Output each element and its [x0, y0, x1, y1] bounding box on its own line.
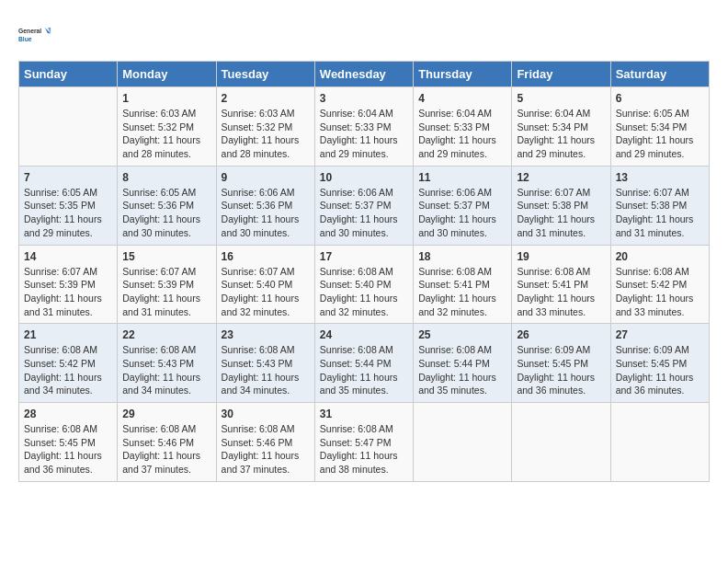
cell-info-line: Sunrise: 6:03 AM: [122, 107, 210, 121]
calendar-cell: 18Sunrise: 6:08 AMSunset: 5:41 PMDayligh…: [414, 245, 512, 324]
day-number: 18: [418, 250, 506, 263]
calendar-cell: 29Sunrise: 6:08 AMSunset: 5:46 PMDayligh…: [118, 403, 216, 482]
cell-info-line: Sunset: 5:34 PM: [517, 121, 605, 134]
cell-info-line: Daylight: 11 hours: [24, 449, 112, 463]
calendar-week-row: 14Sunrise: 6:07 AMSunset: 5:39 PMDayligh…: [19, 245, 710, 324]
cell-info-line: Sunset: 5:33 PM: [320, 121, 408, 134]
calendar-week-row: 28Sunrise: 6:08 AMSunset: 5:45 PMDayligh…: [19, 403, 710, 482]
cell-info-line: Sunrise: 6:08 AM: [122, 422, 210, 436]
calendar-cell: 4Sunrise: 6:04 AMSunset: 5:33 PMDaylight…: [414, 87, 512, 167]
cell-info-line: and 31 minutes.: [616, 226, 704, 240]
cell-info-line: Sunset: 5:41 PM: [418, 278, 506, 292]
cell-info-line: Sunset: 5:32 PM: [122, 121, 210, 134]
cell-info-line: Daylight: 11 hours: [122, 133, 210, 147]
cell-info-line: Daylight: 11 hours: [517, 133, 605, 147]
calendar-cell: 27Sunrise: 6:09 AMSunset: 5:45 PMDayligh…: [610, 324, 709, 403]
cell-info-line: Sunset: 5:46 PM: [222, 436, 310, 450]
calendar-cell: 23Sunrise: 6:08 AMSunset: 5:43 PMDayligh…: [216, 324, 314, 403]
cell-info-line: Daylight: 11 hours: [418, 133, 506, 147]
cell-info-line: Sunset: 5:36 PM: [222, 199, 310, 213]
day-number: 15: [122, 250, 210, 263]
cell-info-line: Sunset: 5:40 PM: [320, 278, 408, 292]
header-monday: Monday: [118, 62, 216, 87]
day-number: 27: [616, 328, 704, 341]
cell-info-line: and 30 minutes.: [122, 226, 210, 240]
cell-info-line: Sunset: 5:42 PM: [616, 278, 704, 292]
cell-info-line: Sunrise: 6:05 AM: [616, 107, 704, 121]
cell-info-line: Daylight: 11 hours: [320, 292, 408, 305]
cell-info-line: Daylight: 11 hours: [320, 371, 408, 385]
header-thursday: Thursday: [414, 62, 512, 87]
page-header: GeneralBlue: [18, 18, 710, 52]
cell-info-line: Sunrise: 6:07 AM: [122, 265, 210, 279]
cell-info-line: Sunset: 5:37 PM: [418, 199, 506, 213]
cell-info-line: Sunrise: 6:07 AM: [222, 265, 310, 279]
cell-info-line: and 35 minutes.: [418, 384, 506, 397]
header-sunday: Sunday: [19, 62, 118, 87]
calendar-week-row: 1Sunrise: 6:03 AMSunset: 5:32 PMDaylight…: [19, 87, 710, 167]
cell-info-line: Sunrise: 6:06 AM: [418, 186, 506, 200]
svg-text:Blue: Blue: [18, 36, 32, 42]
calendar-cell: 28Sunrise: 6:08 AMSunset: 5:45 PMDayligh…: [19, 403, 118, 482]
cell-info-line: Daylight: 11 hours: [418, 292, 506, 305]
calendar-cell: 31Sunrise: 6:08 AMSunset: 5:47 PMDayligh…: [314, 403, 413, 482]
cell-info-line: and 34 minutes.: [24, 384, 112, 397]
calendar-cell: 16Sunrise: 6:07 AMSunset: 5:40 PMDayligh…: [216, 245, 314, 324]
cell-info-line: Daylight: 11 hours: [320, 449, 408, 463]
header-friday: Friday: [512, 62, 610, 87]
logo-icon: GeneralBlue: [18, 18, 51, 52]
cell-info-line: Daylight: 11 hours: [222, 449, 310, 463]
cell-info-line: Daylight: 11 hours: [418, 371, 506, 385]
calendar-cell: 30Sunrise: 6:08 AMSunset: 5:46 PMDayligh…: [216, 403, 314, 482]
cell-info-line: Sunset: 5:40 PM: [222, 278, 310, 292]
cell-info-line: and 29 minutes.: [517, 147, 605, 161]
cell-info-line: and 35 minutes.: [320, 384, 408, 397]
calendar-cell: 3Sunrise: 6:04 AMSunset: 5:33 PMDaylight…: [314, 87, 413, 167]
day-number: 23: [222, 328, 310, 341]
cell-info-line: Sunrise: 6:08 AM: [320, 422, 408, 436]
cell-info-line: Sunrise: 6:08 AM: [320, 265, 408, 279]
cell-info-line: Daylight: 11 hours: [24, 292, 112, 305]
cell-info-line: Sunrise: 6:04 AM: [517, 107, 605, 121]
calendar-cell: 12Sunrise: 6:07 AMSunset: 5:38 PMDayligh…: [512, 166, 610, 245]
day-number: 6: [616, 92, 704, 105]
cell-info-line: Sunrise: 6:07 AM: [24, 265, 112, 279]
cell-info-line: Daylight: 11 hours: [517, 292, 605, 305]
calendar-cell: 25Sunrise: 6:08 AMSunset: 5:44 PMDayligh…: [414, 324, 512, 403]
cell-info-line: Sunset: 5:34 PM: [616, 121, 704, 134]
cell-info-line: Sunrise: 6:04 AM: [418, 107, 506, 121]
cell-info-line: Sunrise: 6:08 AM: [418, 265, 506, 279]
day-number: 21: [24, 328, 112, 341]
cell-info-line: and 31 minutes.: [122, 305, 210, 319]
logo: GeneralBlue: [18, 18, 51, 52]
cell-info-line: Sunrise: 6:07 AM: [517, 186, 605, 200]
day-number: 10: [320, 171, 408, 184]
cell-info-line: Daylight: 11 hours: [222, 292, 310, 305]
day-number: 9: [222, 171, 310, 184]
cell-info-line: Sunset: 5:33 PM: [418, 121, 506, 134]
calendar-week-row: 7Sunrise: 6:05 AMSunset: 5:35 PMDaylight…: [19, 166, 710, 245]
cell-info-line: and 29 minutes.: [418, 147, 506, 161]
cell-info-line: Daylight: 11 hours: [122, 213, 210, 226]
cell-info-line: Daylight: 11 hours: [24, 371, 112, 385]
cell-info-line: Daylight: 11 hours: [222, 213, 310, 226]
cell-info-line: Sunset: 5:45 PM: [517, 357, 605, 371]
cell-info-line: Daylight: 11 hours: [222, 133, 310, 147]
calendar-cell: 20Sunrise: 6:08 AMSunset: 5:42 PMDayligh…: [610, 245, 709, 324]
cell-info-line: Sunset: 5:44 PM: [320, 357, 408, 371]
cell-info-line: Sunrise: 6:08 AM: [24, 343, 112, 357]
cell-info-line: Sunrise: 6:08 AM: [222, 422, 310, 436]
day-number: 22: [122, 328, 210, 341]
cell-info-line: Sunset: 5:39 PM: [24, 278, 112, 292]
day-number: 30: [222, 408, 310, 420]
cell-info-line: Daylight: 11 hours: [517, 213, 605, 226]
cell-info-line: Daylight: 11 hours: [222, 371, 310, 385]
cell-info-line: Sunset: 5:35 PM: [24, 199, 112, 213]
cell-info-line: Sunset: 5:36 PM: [122, 199, 210, 213]
cell-info-line: Sunset: 5:38 PM: [517, 199, 605, 213]
cell-info-line: Sunset: 5:42 PM: [24, 357, 112, 371]
cell-info-line: Sunrise: 6:07 AM: [616, 186, 704, 200]
cell-info-line: and 29 minutes.: [320, 147, 408, 161]
cell-info-line: and 36 minutes.: [24, 463, 112, 477]
day-number: 13: [616, 171, 704, 184]
